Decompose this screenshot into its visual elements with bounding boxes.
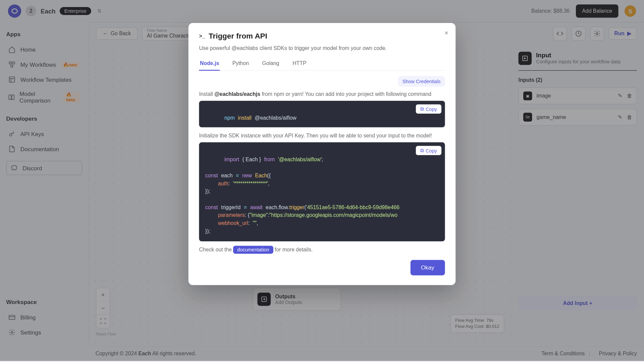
code-token: npm <box>224 115 235 121</box>
code-token: @eachlabs/aiflow <box>255 115 296 121</box>
install-prefix: Install <box>199 91 214 97</box>
terminal-icon: >_ <box>199 33 205 39</box>
copy-label: Copy <box>426 106 437 112</box>
tab-http[interactable]: HTTP <box>292 57 308 70</box>
tab-nodejs[interactable]: Node.js <box>199 57 220 71</box>
doc-prefix: Check out the <box>199 247 233 253</box>
doc-line: Check out the documentation for more det… <box>199 247 445 253</box>
install-suffix: from npm or yarn! You can add into your … <box>260 91 431 97</box>
close-button[interactable]: × <box>444 29 448 37</box>
doc-suffix: for more details. <box>273 247 313 253</box>
code-token: install <box>238 115 251 121</box>
install-pkg: @eachlabs/eachjs <box>214 91 260 97</box>
copy-button[interactable]: ⧉Copy <box>416 146 441 155</box>
tab-golang[interactable]: Golang <box>261 57 280 70</box>
sdk-code-block: ⧉Copyimport { Each } from '@eachlabs/aif… <box>199 142 445 241</box>
code-id: 45151ae5-5786-4d64-bbc9-59d98e466 <box>307 204 399 210</box>
install-instruction: Install @eachlabs/eachjs from npm or yar… <box>199 91 445 97</box>
copy-label: Copy <box>426 148 437 153</box>
copy-icon: ⧉ <box>420 106 424 112</box>
install-code-block: ⧉Copynpm install @eachlabs/aiflow <box>199 101 445 127</box>
show-credentials-button[interactable]: Show Credentials <box>398 76 445 87</box>
tab-python[interactable]: Python <box>231 57 250 70</box>
init-instruction: Initialize the SDK instance with your AP… <box>199 133 445 139</box>
copy-button[interactable]: ⧉Copy <box>416 104 441 114</box>
copy-icon: ⧉ <box>420 147 424 153</box>
trigger-api-modal: × >_ Trigger from API Use powerful @each… <box>189 23 455 285</box>
modal-desc: Use powerful @eachlabs client SDKs to tr… <box>199 45 445 51</box>
code-tabs: Node.js Python Golang HTTP <box>199 57 445 71</box>
okay-button[interactable]: Okay <box>410 260 445 275</box>
documentation-link[interactable]: documentation <box>233 246 273 254</box>
modal-overlay[interactable]: × >_ Trigger from API Use powerful @each… <box>0 0 644 361</box>
modal-title: Trigger from API <box>209 32 267 41</box>
